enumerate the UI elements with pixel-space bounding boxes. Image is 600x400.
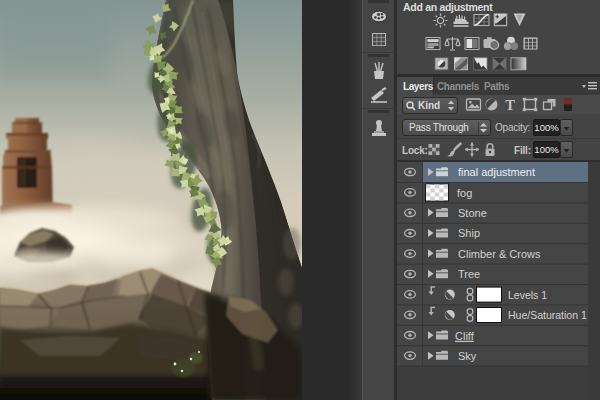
svg-text:Ship: Ship <box>458 227 480 239</box>
svg-text:Levels 1: Levels 1 <box>508 289 547 301</box>
svg-text:Stone: Stone <box>458 207 487 219</box>
svg-text:T: T <box>505 97 515 113</box>
svg-text:Cliff: Cliff <box>455 330 475 342</box>
svg-text:Hue/Saturation 1: Hue/Saturation 1 <box>508 309 587 321</box>
svg-text:Sky: Sky <box>458 350 477 362</box>
svg-text:final adjustment: final adjustment <box>458 166 535 178</box>
svg-text:fog: fog <box>457 187 472 199</box>
svg-text:Tree: Tree <box>458 268 480 280</box>
svg-text:Climber & Crows: Climber & Crows <box>458 248 541 260</box>
